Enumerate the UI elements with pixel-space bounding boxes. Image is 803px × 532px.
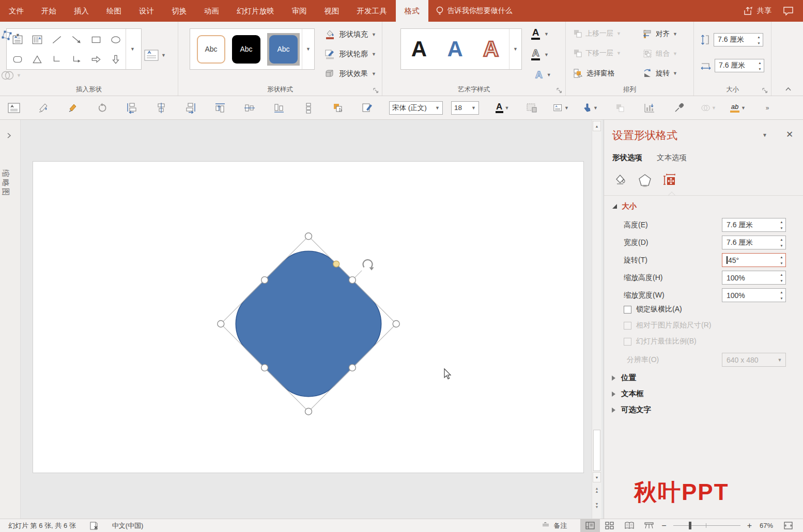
- lock-aspect-ratio-checkbox[interactable]: 锁定纵横比(A): [624, 305, 682, 314]
- shape-rectangle-icon[interactable]: [87, 31, 105, 49]
- thumbnails-vertical-label[interactable]: 缩略图: [1, 169, 10, 197]
- menu-tab-view[interactable]: 视图: [316, 0, 348, 22]
- next-slide-icon[interactable]: ▼▼: [593, 500, 600, 511]
- highlight-text-icon[interactable]: ab▼: [730, 100, 746, 116]
- menu-tab-slideshow[interactable]: 幻灯片放映: [228, 0, 283, 22]
- ribbon-width-spinner[interactable]: ▲▼: [756, 59, 764, 72]
- shape-triangle-icon[interactable]: [28, 51, 46, 68]
- shape-vertical-textbox-icon[interactable]: [28, 31, 46, 49]
- size-properties-category-icon-selected[interactable]: [661, 171, 678, 189]
- scrollbar-thumb[interactable]: [593, 430, 600, 471]
- position-section-collapsed[interactable]: 位置: [612, 373, 636, 383]
- ribbon-width-field[interactable]: 7.6 厘米 ▲▼: [715, 59, 764, 72]
- share-button[interactable]: 共享: [744, 6, 771, 15]
- shape-style-more-button[interactable]: ▼: [302, 29, 314, 69]
- shape-elbow-arrow-icon[interactable]: [68, 51, 85, 68]
- scale-height-field[interactable]: 100% ▲▼: [722, 271, 786, 285]
- textbox-section-collapsed[interactable]: 文本框: [612, 389, 644, 399]
- zoom-slider-thumb[interactable]: [689, 522, 691, 529]
- panel-width-down-icon[interactable]: ▼: [778, 243, 785, 249]
- scale-width-spinner[interactable]: ▲▼: [778, 289, 785, 302]
- scale-width-up-icon[interactable]: ▲: [778, 289, 785, 295]
- shape-style-swatch-2[interactable]: Abc: [232, 35, 260, 64]
- distribute-vertical-icon[interactable]: [301, 100, 316, 116]
- menu-tab-file[interactable]: 文件: [0, 0, 33, 22]
- shape-gallery-more-button[interactable]: ▼: [126, 29, 139, 69]
- zoom-percentage[interactable]: 67%: [754, 522, 778, 529]
- panel-tab-text-options[interactable]: 文本选项: [657, 153, 687, 163]
- shape-style-swatch-1[interactable]: Abc: [197, 35, 225, 64]
- reading-view-button[interactable]: [620, 519, 639, 532]
- height-spin-down-icon[interactable]: ▼: [755, 40, 763, 46]
- scale-height-down-icon[interactable]: ▼: [778, 278, 785, 285]
- align-object-center-icon[interactable]: [153, 100, 169, 116]
- ribbon-height-field[interactable]: 7.6 厘米 ▲▼: [714, 33, 763, 46]
- spellcheck-icon[interactable]: [89, 522, 99, 530]
- relative-size-checkbox-disabled[interactable]: 相对于图片原始尺寸(R): [624, 321, 711, 330]
- width-spin-down-icon[interactable]: ▼: [756, 66, 764, 72]
- slide-number-indicator[interactable]: 幻灯片 第 6 张, 共 6 张: [8, 521, 76, 530]
- height-spin-up-icon[interactable]: ▲: [755, 34, 763, 40]
- menu-tab-transitions[interactable]: 切换: [163, 0, 195, 22]
- font-size-select[interactable]: 18 ▼: [451, 101, 479, 115]
- slideshow-view-button[interactable]: [639, 519, 659, 532]
- zoom-out-icon[interactable]: −: [659, 521, 669, 530]
- alttext-section-collapsed[interactable]: 可选文字: [612, 405, 651, 415]
- scale-height-spinner[interactable]: ▲▼: [778, 271, 785, 284]
- fit-slide-to-window-icon[interactable]: [778, 519, 798, 532]
- previous-slide-icon[interactable]: ▲▲: [593, 484, 600, 496]
- photo-frame-icon[interactable]: [524, 100, 539, 116]
- shape-rounded-rectangle-icon[interactable]: [9, 51, 26, 68]
- zoom-slider[interactable]: [673, 525, 740, 526]
- menu-tab-developer[interactable]: 开发工具: [348, 0, 396, 22]
- merge-shapes-button[interactable]: ▼: [0, 69, 21, 82]
- panel-width-up-icon[interactable]: ▲: [778, 236, 785, 243]
- edit-shape-button[interactable]: ▼: [0, 29, 20, 41]
- align-button[interactable]: 对齐 ▼: [642, 29, 677, 39]
- menu-tab-draw[interactable]: 绘图: [98, 0, 130, 22]
- text-effects-button[interactable]: A ▼: [535, 70, 551, 79]
- tell-me-box[interactable]: 告诉我你想要做什么: [428, 0, 520, 22]
- fill-line-category-icon[interactable]: [611, 171, 629, 189]
- shape-outline-button[interactable]: 形状轮廓 ▼: [324, 49, 376, 60]
- normal-view-button[interactable]: [580, 519, 600, 532]
- size-section-header[interactable]: 大小: [612, 201, 637, 211]
- panel-height-up-icon[interactable]: ▲: [778, 218, 785, 225]
- scale-width-down-icon[interactable]: ▼: [778, 295, 785, 302]
- scale-width-field[interactable]: 100% ▲▼: [722, 288, 786, 302]
- align-object-middle-icon[interactable]: [242, 100, 257, 116]
- align-object-right-icon[interactable]: [183, 100, 198, 116]
- textbox-tool-icon[interactable]: [6, 100, 22, 116]
- height-field[interactable]: 7.6 厘米 ▲▼: [722, 218, 786, 232]
- draw-textbox-button[interactable]: ▼: [144, 49, 166, 62]
- wordart-style-1[interactable]: A: [401, 31, 437, 67]
- shape-line-icon[interactable]: [48, 31, 66, 49]
- lock-aspect-checkbox-icon[interactable]: [624, 306, 631, 314]
- group-button[interactable]: 组合 ▼: [642, 49, 677, 59]
- rotation-down-icon[interactable]: ▼: [778, 260, 785, 267]
- text-fill-button[interactable]: A ▼: [531, 28, 549, 40]
- align-object-bottom-icon[interactable]: [271, 100, 287, 116]
- merge-shapes-tool-icon-disabled[interactable]: ▼: [701, 100, 716, 116]
- best-scale-checkbox-disabled[interactable]: 幻灯片最佳比例(B): [624, 337, 697, 346]
- more-tools-icon[interactable]: »: [760, 100, 775, 116]
- panel-options-caret-icon[interactable]: ▼: [762, 132, 767, 138]
- width-field[interactable]: 7.6 厘米 ▲▼: [722, 236, 786, 249]
- rotate-button[interactable]: 旋转 ▼: [642, 68, 677, 79]
- slide-sorter-view-button[interactable]: [600, 519, 620, 532]
- zoom-in-icon[interactable]: +: [745, 521, 754, 530]
- bring-forward-button[interactable]: 上移一层 ▼: [573, 29, 621, 38]
- shape-arrow-icon[interactable]: [68, 31, 85, 49]
- ink-fill-tool-icon[interactable]: [36, 100, 51, 116]
- font-name-select[interactable]: 宋体 (正文) ▼: [389, 101, 443, 115]
- panel-tab-shape-options[interactable]: 形状选项: [612, 153, 642, 163]
- align-object-top-icon[interactable]: [212, 100, 228, 116]
- selection-pane-button[interactable]: 选择窗格: [573, 68, 614, 79]
- width-spin-up-icon[interactable]: ▲: [756, 59, 764, 66]
- rotation-up-icon[interactable]: ▲: [778, 254, 785, 260]
- menu-tab-review[interactable]: 审阅: [283, 0, 316, 22]
- comments-icon[interactable]: [783, 6, 794, 15]
- menu-tab-design[interactable]: 设计: [130, 0, 163, 22]
- menu-tab-format-active[interactable]: 格式: [396, 0, 428, 22]
- shape-right-arrow-icon[interactable]: [87, 51, 105, 68]
